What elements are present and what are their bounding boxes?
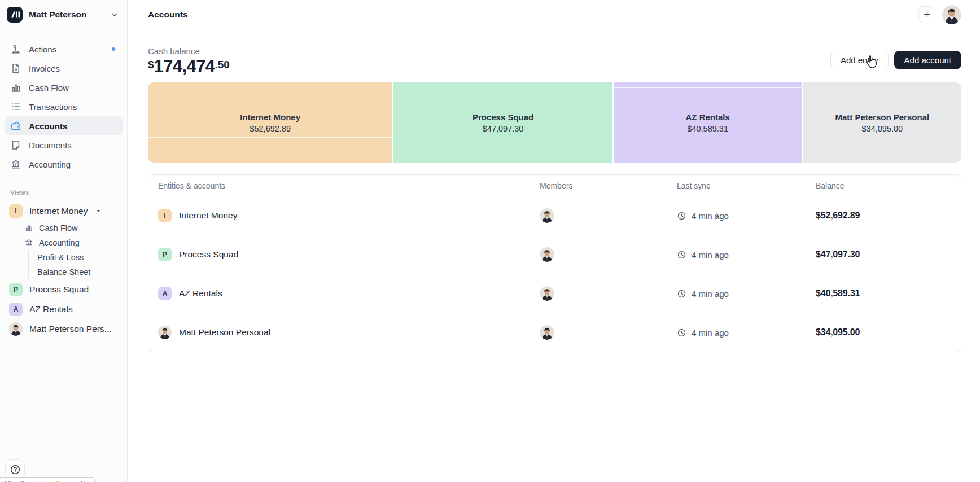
last-sync-cell: 4 min ago — [667, 196, 806, 235]
entity-cell: Matt Peterson Personal — [148, 313, 530, 352]
help-button[interactable] — [5, 459, 25, 479]
segment-label: Matt Peterson Personal — [835, 112, 929, 122]
view-item-matt-peterson-pers[interactable]: Matt Peterson Pers... — [9, 319, 123, 339]
treemap-segment[interactable]: Matt Peterson Personal$34,095.00 — [803, 82, 961, 163]
help-icon — [10, 464, 21, 475]
list-icon — [10, 101, 21, 112]
column-header: Last sync — [667, 175, 806, 196]
entity-name: AZ Rentals — [179, 288, 222, 299]
segment-value: $47,097.30 — [483, 124, 524, 133]
view-subpage-label: Profit & Loss — [37, 253, 84, 262]
last-sync-label: 4 min ago — [692, 289, 729, 299]
table-row[interactable]: AAZ Rentals4 min ago$40,589.31 — [148, 274, 961, 313]
page-title: Accounts — [148, 10, 918, 20]
last-sync: 4 min ago — [677, 289, 729, 299]
app-window: Matt Peterson Actions$InvoicesCash FlowT… — [0, 0, 980, 482]
last-sync-cell: 4 min ago — [667, 235, 806, 274]
entity-badge: A — [158, 287, 172, 300]
sidebar-item-accounts[interactable]: Accounts — [5, 116, 123, 135]
sidebar-item-cash-flow[interactable]: Cash Flow — [5, 78, 123, 97]
amount-whole: 174,474 — [154, 58, 215, 75]
table-row[interactable]: PProcess Squad4 min ago$47,097.30 — [148, 235, 961, 274]
plus-icon — [922, 10, 932, 19]
balance-cell: $47,097.30 — [806, 235, 961, 274]
view-item-label: Process Squad — [29, 284, 89, 295]
cash-balance-value: $ 174,474 .50 — [148, 58, 230, 75]
add-entity-button[interactable]: Add entity — [830, 51, 889, 69]
column-header-label: Last sync — [677, 181, 710, 190]
sidebar-item-accounting[interactable]: Accounting — [5, 155, 123, 174]
caret-down-icon — [95, 208, 102, 214]
treemap-segment[interactable]: AZ Rentals$40,589.31 — [614, 82, 802, 163]
last-sync-label: 4 min ago — [692, 328, 729, 338]
view-subitem[interactable]: Cash Flow — [24, 221, 123, 235]
view-subpage-label: Balance Sheet — [37, 268, 90, 277]
balance-value: $34,095.00 — [816, 327, 860, 338]
members-cell — [530, 274, 667, 313]
segment-divider — [148, 137, 392, 138]
note-icon — [10, 139, 21, 151]
currency-symbol: $ — [148, 59, 154, 71]
segment-value: $52,692.89 — [250, 124, 291, 133]
amount-cents: .50 — [215, 59, 229, 71]
sidebar-item-label: Accounts — [29, 121, 67, 131]
segment-value: $34,095.00 — [862, 124, 903, 133]
entity-badge: P — [158, 248, 172, 261]
accounts-table: Entities & accountsMembersLast syncBalan… — [148, 174, 961, 352]
members-cell — [530, 196, 667, 235]
header-actions: Add entity Add account — [830, 51, 961, 69]
view-subitem[interactable]: Accounting — [24, 235, 123, 250]
last-sync: 4 min ago — [677, 211, 729, 221]
sidebar-nav: Actions$InvoicesCash FlowTransactionsAcc… — [0, 29, 127, 174]
main-content: Cash balance $ 174,474 .50 Add entity Ad… — [148, 29, 961, 482]
view-item-az-rentals[interactable]: AAZ Rentals — [9, 299, 123, 319]
entity-name: Internet Money — [179, 211, 237, 221]
add-account-button[interactable]: Add account — [894, 51, 961, 69]
entity-badge: I — [9, 204, 23, 218]
last-sync-label: 4 min ago — [692, 250, 729, 260]
entity-badge: P — [9, 283, 23, 296]
sidebar-item-label: Accounting — [29, 160, 71, 169]
last-sync-cell: 4 min ago — [667, 313, 806, 352]
view-subpage[interactable]: Balance Sheet — [37, 265, 123, 279]
bar-chart-icon — [10, 82, 21, 93]
bar-chart-icon — [24, 224, 33, 233]
member-avatar — [540, 208, 554, 223]
clock-icon — [677, 211, 686, 221]
balance-value: $40,589.31 — [816, 288, 860, 299]
entity-avatar — [158, 326, 172, 339]
treemap-segment[interactable]: Process Squad$47,097.30 — [393, 82, 612, 163]
sidebar-item-documents[interactable]: Documents — [5, 135, 123, 155]
view-item-internet-money[interactable]: IInternet Money — [9, 201, 123, 221]
view-subpages: Profit & LossBalance Sheet — [28, 250, 123, 279]
segment-divider — [614, 87, 802, 88]
invoice-icon: $ — [10, 63, 21, 74]
treemap-segment[interactable]: Internet Money$52,692.89 — [148, 82, 392, 163]
entity-cell: AAZ Rentals — [148, 274, 530, 313]
workspace-switcher[interactable]: Matt Peterson — [0, 0, 127, 29]
views-section: Views IInternet MoneyCash FlowAccounting… — [0, 174, 127, 339]
table-row[interactable]: IInternet Money4 min ago$52,692.89 — [148, 196, 961, 235]
link-status-tooltip: https://use.kick.co/new_entity — [0, 477, 95, 482]
segment-label: AZ Rentals — [685, 112, 729, 122]
last-sync-label: 4 min ago — [692, 211, 729, 221]
members-cell — [530, 313, 667, 352]
balance-cell: $34,095.00 — [806, 313, 961, 352]
entity-avatar — [9, 322, 23, 336]
balance-treemap: Internet Money$52,692.89Process Squad$47… — [148, 82, 961, 163]
segment-divider — [393, 90, 612, 90]
column-header: Members — [530, 175, 667, 196]
column-header-label: Entities & accounts — [158, 181, 225, 190]
view-item-process-squad[interactable]: PProcess Squad — [9, 279, 123, 299]
sidebar-item-transactions[interactable]: Transactions — [5, 97, 123, 116]
sidebar-item-actions[interactable]: Actions — [5, 40, 123, 59]
entity-badge: I — [158, 209, 172, 222]
user-avatar[interactable] — [942, 5, 961, 24]
add-button[interactable] — [918, 6, 935, 23]
table-row[interactable]: Matt Peterson Personal4 min ago$34,095.0… — [148, 313, 961, 352]
balance-cell: $40,589.31 — [806, 274, 961, 313]
balance-value: $52,692.89 — [816, 211, 860, 221]
view-subpage[interactable]: Profit & Loss — [37, 250, 123, 265]
entity-cell: IInternet Money — [148, 196, 530, 235]
sidebar-item-invoices[interactable]: $Invoices — [5, 59, 123, 78]
